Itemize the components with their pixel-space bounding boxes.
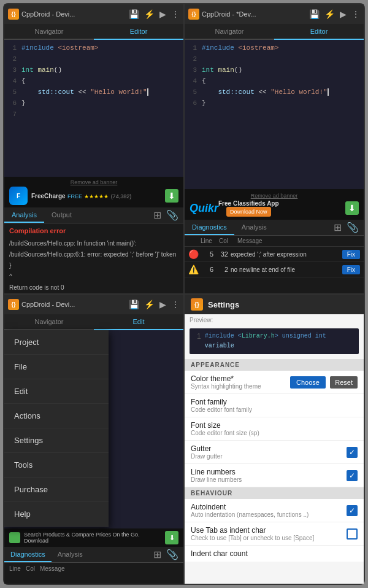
code2-line-1: 1 #include <iostream> [185, 42, 364, 53]
diagnostics-bottom: Diagnostics Analysis ⊞ 📎 Line Col Messag… [185, 220, 364, 293]
ad-freecharge[interactable]: F FreeCharge FREE ★★★★★ (74,382) ⬇ [4, 187, 183, 205]
diag-header-row: Line Col Message [185, 236, 364, 247]
setting-autoindent: Autoindent Auto indentation (namespaces,… [185, 499, 364, 522]
setting-use-tab-info: Use Tab as indent char Check to use [Tab… [191, 526, 347, 541]
error-detail-3: } [4, 260, 183, 271]
p3-diag-header: Line Col Message [4, 563, 183, 574]
attach-icon-1[interactable]: 📎 [166, 209, 178, 221]
gutter-desc: Draw gutter [191, 453, 347, 460]
app-logo-2: {} [188, 9, 199, 20]
menu-item-settings[interactable]: Settings [4, 428, 109, 453]
settings-logo: {} [191, 298, 203, 311]
ad-download-2[interactable]: ⬇ [345, 201, 359, 215]
settings-content[interactable]: Preview: 1 #include <Library.h> unsigned… [185, 314, 364, 584]
ad-icon-3 [9, 532, 20, 543]
tab-editor-3[interactable]: Edit [94, 314, 183, 330]
attach-icon-2[interactable]: 📎 [347, 222, 359, 233]
freecharge-reviews: (74,382) [111, 193, 132, 199]
preview-code-text: #include <Library.h> unsigned int variab… [205, 331, 351, 351]
line-numbers-checkbox[interactable] [347, 470, 358, 481]
gutter-control [347, 447, 358, 458]
tab-output-1[interactable]: Output [44, 207, 79, 223]
tab-analysis-2[interactable]: Analysis [234, 220, 274, 235]
gutter-checkbox[interactable] [347, 447, 358, 458]
diag-col-1: 32 [216, 250, 228, 258]
grid-icon-2[interactable]: ⊞ [334, 222, 342, 233]
tab-navigator-1[interactable]: Navigator [4, 24, 94, 40]
tab-navigator-3[interactable]: Navigator [4, 314, 94, 330]
p3-diag-line-label: Line [9, 565, 21, 572]
code-editor-2[interactable]: 1 #include <iostream> 2 3 int main() 4 {… [185, 40, 364, 189]
menu-item-file[interactable]: File [4, 355, 109, 379]
color-theme-desc: Syntax highlighting theme [191, 383, 290, 390]
quikr-info: Quikr [190, 202, 218, 215]
color-theme-label: Color theme* [191, 374, 290, 383]
indent-count-label: Indent char count [191, 549, 358, 558]
menu-item-purchase[interactable]: Purchase [4, 478, 109, 502]
preview-label: Preview: [190, 314, 359, 323]
section-behaviour: BEHAVIOUR [185, 487, 364, 499]
analysis-bottom-1: Analysis Output ⊞ 📎 Compilation error /b… [4, 207, 183, 293]
tab-analysis-1[interactable]: Analysis [4, 207, 44, 223]
use-tab-checkbox[interactable] [347, 528, 358, 540]
grid-icon-1[interactable]: ⊞ [153, 209, 161, 221]
code-line-1: 1 #include <iostream> [4, 42, 183, 53]
preview-code-line: 1 #include <Library.h> unsigned int vari… [194, 331, 354, 352]
freecharge-logo: F [9, 187, 28, 205]
p3-tab-diagnostics[interactable]: Diagnostics [4, 547, 52, 562]
analysis-action-icons-1: ⊞ 📎 [153, 207, 183, 223]
save-icon-2[interactable]: 💾 [309, 9, 320, 19]
flash-icon-3[interactable]: ⚡ [144, 300, 155, 309]
menu-item-project[interactable]: Project [4, 330, 109, 355]
tab-diagnostics[interactable]: Diagnostics [185, 220, 234, 235]
remove-ad-1[interactable]: Remove ad banner [71, 179, 118, 185]
topbar-icons-1: 💾 ⚡ ▶ ⋮ [129, 9, 180, 19]
tab-navigator-2[interactable]: Navigator [185, 24, 274, 40]
p3-tab-analysis[interactable]: Analysis [52, 547, 89, 562]
play-icon-3[interactable]: ▶ [159, 300, 166, 309]
save-icon-1[interactable]: 💾 [129, 9, 139, 19]
use-tab-control [347, 528, 358, 540]
tab-editor-1[interactable]: Editor [94, 24, 183, 40]
ad-download-1[interactable]: ⬇ [165, 189, 178, 203]
menu-item-edit[interactable]: Edit [4, 379, 109, 404]
setting-font-family: Font family Code editor font family [185, 394, 364, 417]
autoindent-label: Autoindent [191, 503, 347, 511]
autoindent-checkbox[interactable] [347, 505, 358, 516]
reset-button[interactable]: Reset [330, 376, 358, 389]
ad-banner-3: Search Products & Compare Prices On the … [4, 528, 183, 547]
color-theme-control: Choose Reset [290, 376, 358, 389]
more-icon-3[interactable]: ⋮ [171, 300, 180, 309]
quikr-download-btn[interactable]: Download Now [226, 207, 271, 217]
menu-item-tools[interactable]: Tools [4, 453, 109, 478]
diag-line-2: 6 [201, 266, 213, 273]
menu-item-actions[interactable]: Actions [4, 404, 109, 428]
font-family-desc: Code editor font family [191, 406, 358, 413]
ad-content-3[interactable]: Search Products & Compare Prices On the … [4, 531, 183, 544]
font-family-label: Font family [191, 398, 358, 406]
code-editor-1[interactable]: 1 #include <iostream> 2 3 int main() 4 {… [4, 40, 183, 177]
flash-icon-1[interactable]: ⚡ [144, 9, 155, 19]
grid-icon-3[interactable]: ⊞ [153, 549, 161, 560]
fix-btn-2[interactable]: Fix [342, 265, 360, 274]
setting-indent-count: Indent char count [185, 546, 364, 562]
freecharge-name: FreeCharge [31, 193, 66, 199]
ad-quikr[interactable]: Quikr Free Classifieds App Download Now … [185, 200, 364, 217]
play-icon-1[interactable]: ▶ [159, 9, 166, 19]
setting-gutter-info: Gutter Draw gutter [191, 444, 347, 460]
topbar-1: {} CppDroid - Devi... 💾 ⚡ ▶ ⋮ [4, 4, 183, 24]
choose-button[interactable]: Choose [290, 376, 326, 389]
fix-btn-1[interactable]: Fix [342, 250, 360, 259]
more-icon-2[interactable]: ⋮ [351, 9, 360, 19]
app-title-1: CppDroid - Devi... [21, 10, 126, 18]
tab-editor-2[interactable]: Editor [274, 24, 364, 40]
more-icon-1[interactable]: ⋮ [171, 9, 180, 19]
warning-icon-1: ⚠️ [188, 265, 199, 274]
menu-item-help[interactable]: Help [4, 502, 109, 527]
save-icon-3[interactable]: 💾 [129, 300, 139, 309]
flash-icon-2[interactable]: ⚡ [324, 9, 335, 19]
play-icon-2[interactable]: ▶ [340, 9, 347, 19]
ad-download-3[interactable]: ⬇ [165, 531, 178, 544]
remove-ad-2[interactable]: Remove ad banner [251, 193, 298, 199]
attach-icon-3[interactable]: 📎 [166, 549, 178, 560]
